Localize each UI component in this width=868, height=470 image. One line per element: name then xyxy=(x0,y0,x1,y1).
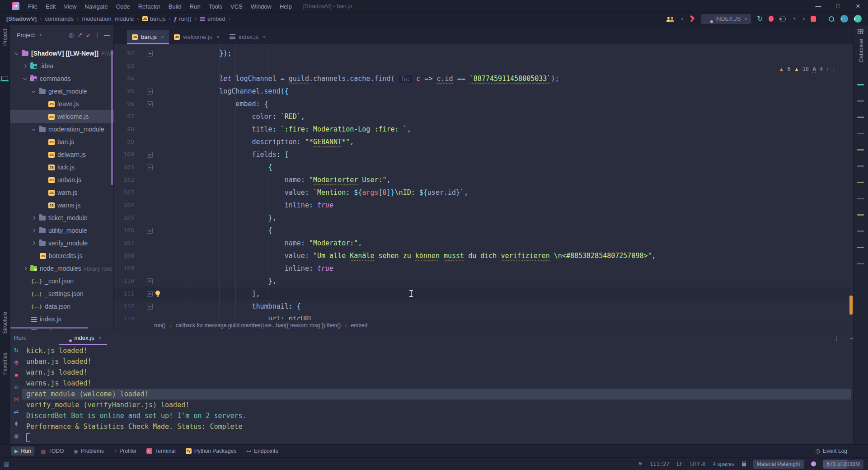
table-grid-icon[interactable] xyxy=(858,29,863,34)
tree-item-moderation_module[interactable]: moderation_module xyxy=(10,123,114,136)
stripe-mark[interactable] xyxy=(857,182,864,183)
breadcrumb-item[interactable]: commands xyxy=(45,15,74,22)
stripe-mark[interactable] xyxy=(857,230,864,232)
menu-code[interactable]: Code xyxy=(112,3,134,10)
chevron-down-icon[interactable]: ▾ xyxy=(802,17,805,21)
run-panel-stop-icon[interactable]: ■ xyxy=(12,371,20,378)
tree-item-warn.js[interactable]: JSwarn.js xyxy=(10,186,114,199)
stripe-mark[interactable] xyxy=(857,165,864,167)
tab-ban.js[interactable]: JSban.js× xyxy=(127,30,169,44)
breadcrumb-item[interactable]: ƒrun() xyxy=(174,15,192,23)
tree-item-utility_module[interactable]: utility_module xyxy=(10,224,114,237)
chevron-down-icon[interactable]: ▾ xyxy=(681,17,684,21)
event-log-button[interactable]: ◷ Event Log xyxy=(815,448,868,454)
tree-item-node_modules[interactable]: node_modules library root xyxy=(10,262,114,275)
close-icon[interactable]: × xyxy=(161,33,164,40)
stripe-mark[interactable] xyxy=(857,149,864,150)
chevron-right-icon[interactable] xyxy=(23,267,27,270)
chevron-down-icon[interactable] xyxy=(14,51,18,54)
stripe-mark[interactable] xyxy=(857,117,864,118)
chevron-down-icon[interactable]: ▾ xyxy=(39,33,42,37)
profiler-icon[interactable]: ◔ xyxy=(792,15,796,23)
fold-collapse-icon[interactable] xyxy=(147,152,153,158)
menu-view[interactable]: View xyxy=(60,3,80,10)
run-panel-clear-all-icon[interactable]: ☒ xyxy=(12,396,20,403)
run-configuration-selector[interactable]: INDEX.JS ▾ xyxy=(701,14,751,24)
tree-item-data.json[interactable]: {..}data.json xyxy=(10,300,114,313)
fold-expand-icon[interactable] xyxy=(147,278,153,284)
caret-position[interactable]: 111:27 xyxy=(650,461,669,467)
tree-item-ban.js[interactable]: JSban.js xyxy=(10,136,114,148)
editor-breadcrumb-item[interactable]: run() xyxy=(154,322,165,329)
stripe-mark[interactable] xyxy=(857,214,864,216)
run-tab[interactable]: index.js × xyxy=(59,330,107,345)
tree-item-welcome.js[interactable]: JSwelcome.js xyxy=(10,110,114,123)
menu-window[interactable]: Window xyxy=(247,3,276,10)
stripe-mark[interactable] xyxy=(857,84,864,85)
lock-icon[interactable] xyxy=(742,463,746,466)
code-area[interactable]: 92 });9394 let logChannel = guild.channe… xyxy=(114,44,853,320)
more-options-icon[interactable]: ⋮ xyxy=(834,334,840,342)
run-panel-pin-icon[interactable]: ◉ xyxy=(12,432,20,439)
chevron-down-icon[interactable] xyxy=(32,89,35,92)
fold-expand-icon[interactable] xyxy=(147,291,153,297)
fold-collapse-icon[interactable] xyxy=(147,164,153,170)
chevron-right-icon[interactable] xyxy=(32,216,35,220)
more-options-icon[interactable]: ⋮ xyxy=(94,32,100,38)
tab-welcome.js[interactable]: JSwelcome.js× xyxy=(169,30,225,44)
build-hammer-icon[interactable] xyxy=(689,16,695,22)
menu-vcs[interactable]: VCS xyxy=(226,3,247,10)
expand-all-icon[interactable]: ↗ xyxy=(77,32,82,38)
menu-file[interactable]: File xyxy=(24,3,42,10)
editor[interactable]: JSban.js×JSwelcome.js×index.js× 92 });93… xyxy=(114,25,853,320)
menu-refactor[interactable]: Refactor xyxy=(134,3,164,10)
debug-button[interactable] xyxy=(769,16,774,22)
fold-collapse-icon[interactable] xyxy=(147,228,153,234)
stripe-mark[interactable] xyxy=(857,100,864,102)
stripe-mark[interactable] xyxy=(857,247,864,248)
run-panel-kill-process-icon[interactable]: ☠ xyxy=(12,384,20,390)
run-panel-rerun-icon[interactable]: ↻ xyxy=(12,347,20,354)
laptop-icon[interactable] xyxy=(1,76,8,80)
tool-button-endpoints[interactable]: ⊶Endpoints xyxy=(243,446,282,456)
editor-breadcrumb-item[interactable]: embed xyxy=(351,322,368,329)
scrollbar-marker[interactable] xyxy=(849,296,853,315)
chevron-right-icon[interactable] xyxy=(32,241,35,245)
project-view-selector[interactable]: Project xyxy=(17,32,35,38)
tool-button-python-packages[interactable]: PyPython Packages xyxy=(182,446,240,456)
menu-edit[interactable]: Edit xyxy=(42,3,60,10)
fold-collapse-icon[interactable] xyxy=(147,101,153,107)
tree-vertical-scrollbar[interactable] xyxy=(111,50,113,185)
hide-panel-icon[interactable]: — xyxy=(104,32,110,38)
chevron-down-icon[interactable] xyxy=(32,127,35,130)
close-icon[interactable]: ✕ xyxy=(848,0,868,13)
breadcrumb-item[interactable]: JSban.js xyxy=(142,15,166,22)
console-output[interactable]: kick.js loaded!unban.js loaded!warn.js l… xyxy=(22,345,868,444)
line-ending[interactable]: LF xyxy=(677,461,683,467)
tree-horizontal-scrollbar[interactable] xyxy=(10,327,88,329)
fold-collapse-icon[interactable] xyxy=(147,89,153,94)
tree-item-delwarn.js[interactable]: JSdelwarn.js xyxy=(10,148,114,161)
inspections-widget[interactable]: ▲6 ▲18 A4 ↑ ↓ xyxy=(779,66,835,72)
next-problem-icon[interactable]: ↓ xyxy=(833,66,835,72)
encoding[interactable]: UTF-8 xyxy=(690,461,706,467)
tree-item-.idea[interactable]: .idea xyxy=(10,60,114,72)
update-arrow-icon[interactable]: ↑ xyxy=(840,15,848,23)
tool-window-structure-tab[interactable]: Structure xyxy=(2,312,8,334)
tool-button-run[interactable]: ▶Run xyxy=(11,446,34,456)
tool-button-profiler[interactable]: ◔Profiler xyxy=(110,446,141,456)
teal-play-icon[interactable]: ▸ xyxy=(854,15,862,23)
prev-problem-icon[interactable]: ↑ xyxy=(826,66,829,72)
tree-item-_conf.json[interactable]: {..}_conf.json xyxy=(10,275,114,287)
locate-file-icon[interactable]: ◎ xyxy=(69,32,74,38)
run-panel-scroll-to-end-icon[interactable]: ⇟ xyxy=(12,420,20,427)
menu-help[interactable]: Help xyxy=(276,3,296,10)
tree-item-commands[interactable]: commands xyxy=(10,72,114,85)
breadcrumb-item[interactable]: [ShadowV] xyxy=(6,15,37,22)
stop-button[interactable] xyxy=(811,16,816,22)
tree-item-ShadowVLW-New[interactable]: [ShadowV] [[LW-New]] F:\Workspac xyxy=(10,47,114,60)
run-button[interactable]: ↻ xyxy=(757,14,763,23)
tree-item-index.js[interactable]: index.js xyxy=(10,313,114,325)
run-with-coverage-icon[interactable]: ▶ xyxy=(779,16,786,22)
theme-selector[interactable]: Material Palenight xyxy=(753,460,804,469)
